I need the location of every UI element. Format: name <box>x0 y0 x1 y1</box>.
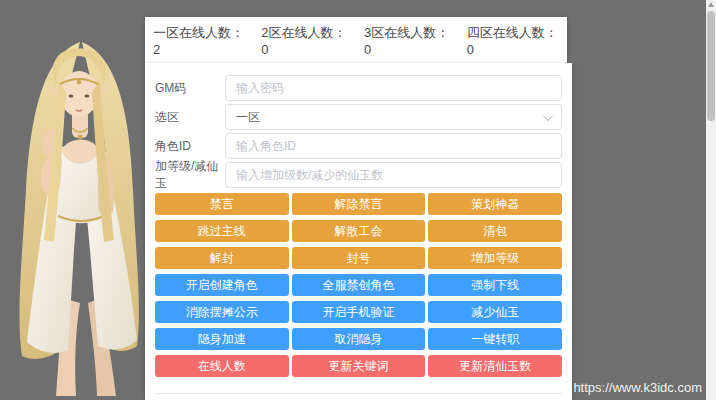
button-row-3: 解封 封号 增加等级 <box>155 247 562 269</box>
skip-mainline-button[interactable]: 跳过主线 <box>155 220 289 242</box>
scroll-up-icon[interactable] <box>708 2 714 7</box>
class-change-button[interactable]: 一键转职 <box>428 328 562 350</box>
button-row-7: 在线人数 更新关键词 更新清仙玉数 <box>155 355 562 377</box>
gm-code-input[interactable] <box>225 75 562 101</box>
planner-tool-button[interactable]: 策划神器 <box>428 193 562 215</box>
form-row-gm-code: GM码 <box>155 75 562 101</box>
update-keywords-button[interactable]: 更新关键词 <box>292 355 426 377</box>
zone-label: 选区 <box>155 109 225 126</box>
gm-code-label: GM码 <box>155 80 225 97</box>
zone4-online-count: 四区在线人数：0 <box>467 24 559 57</box>
form-row-level-jade: 加等级/减仙玉 <box>155 162 562 188</box>
disable-create-role-button[interactable]: 全服禁创角色 <box>292 274 426 296</box>
button-row-4: 开启创建角色 全服禁创角色 强制下线 <box>155 274 562 296</box>
gm-panel-page: 一区在线人数：2 2区在线人数：0 3区在线人数：0 四区在线人数：0 GM码 … <box>0 0 716 400</box>
zone-select[interactable]: 一区 <box>225 104 562 130</box>
button-row-6: 隐身加速 取消隐身 一键转职 <box>155 328 562 350</box>
watermark-url: https://www.k3idc.com <box>573 380 702 395</box>
scrollbar-thumb[interactable] <box>707 11 715 121</box>
zone1-online-count: 一区在线人数：2 <box>153 24 245 57</box>
button-row-5: 消除摆摊公示 开启手机验证 减少仙玉 <box>155 301 562 323</box>
gm-tools-card: GM码 选区 一区 角色ID 加等级/减仙玉 禁言 解除禁言 策划神器 <box>145 63 572 400</box>
button-row-1: 禁言 解除禁言 策划神器 <box>155 193 562 215</box>
ban-button[interactable]: 封号 <box>292 247 426 269</box>
force-offline-button[interactable]: 强制下线 <box>428 274 562 296</box>
reduce-jade-button[interactable]: 减少仙玉 <box>428 301 562 323</box>
cancel-stealth-button[interactable]: 取消隐身 <box>292 328 426 350</box>
enable-phone-verify-button[interactable]: 开启手机验证 <box>292 301 426 323</box>
online-counts: 一区在线人数：2 2区在线人数：0 3区在线人数：0 四区在线人数：0 <box>145 24 567 57</box>
scrollbar[interactable] <box>706 0 716 400</box>
add-level-button[interactable]: 增加等级 <box>428 247 562 269</box>
role-id-input[interactable] <box>225 133 562 159</box>
zone-select-value: 一区 <box>236 109 260 126</box>
form-row-role-id: 角色ID <box>155 133 562 159</box>
unmute-button[interactable]: 解除禁言 <box>292 193 426 215</box>
unban-button[interactable]: 解封 <box>155 247 289 269</box>
action-button-grid: 禁言 解除禁言 策划神器 跳过主线 解散工会 清包 解封 封号 增加等级 开启创… <box>155 193 562 377</box>
section-divider <box>155 393 562 394</box>
level-jade-label: 加等级/减仙玉 <box>155 158 225 192</box>
zone3-online-count: 3区在线人数：0 <box>364 24 451 57</box>
mute-button[interactable]: 禁言 <box>155 193 289 215</box>
enable-create-role-button[interactable]: 开启创建角色 <box>155 274 289 296</box>
stealth-speed-button[interactable]: 隐身加速 <box>155 328 289 350</box>
update-jade-count-button[interactable]: 更新清仙玉数 <box>428 355 562 377</box>
online-counts-card: 一区在线人数：2 2区在线人数：0 3区在线人数：0 四区在线人数：0 <box>145 17 567 63</box>
clear-stall-notice-button[interactable]: 消除摆摊公示 <box>155 301 289 323</box>
zone2-online-count: 2区在线人数：0 <box>261 24 348 57</box>
disband-guild-button[interactable]: 解散工会 <box>292 220 426 242</box>
role-id-label: 角色ID <box>155 138 225 155</box>
online-count-button[interactable]: 在线人数 <box>155 355 289 377</box>
chevron-down-icon <box>543 111 553 121</box>
form-row-zone: 选区 一区 <box>155 104 562 130</box>
level-jade-input[interactable] <box>225 162 562 188</box>
button-row-2: 跳过主线 解散工会 清包 <box>155 220 562 242</box>
clear-bag-button[interactable]: 清包 <box>428 220 562 242</box>
